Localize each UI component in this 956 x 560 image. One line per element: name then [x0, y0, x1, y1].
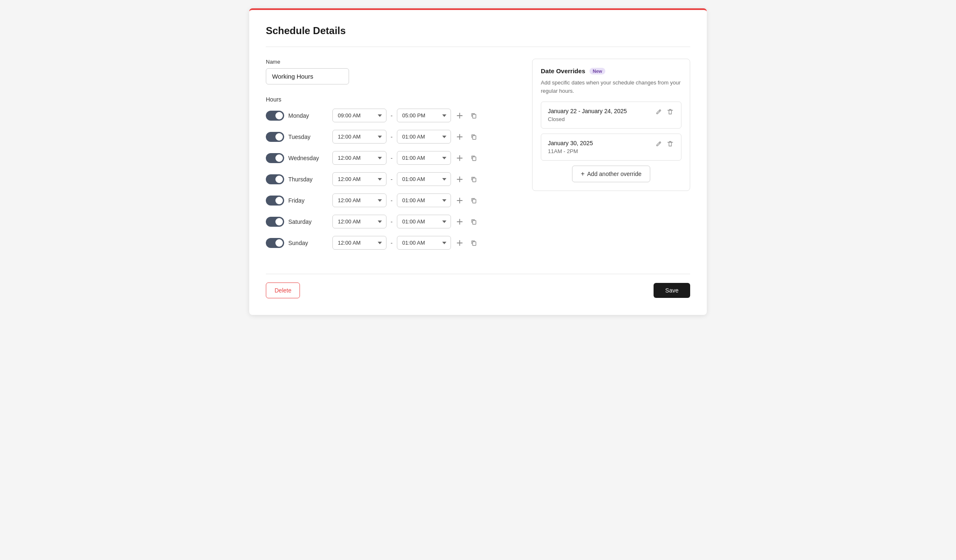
copy-icon-thursday [471, 176, 477, 182]
toggle-track-wednesday [266, 153, 284, 163]
end-time-wednesday[interactable]: 12:00 AM01:00 AM02:00 AM03:00 AM04:00 AM… [397, 151, 451, 165]
content-area: Name Hours Monday 12:00 AM01:00 AM02:00 … [266, 59, 690, 257]
overrides-panel: Date Overrides New Add specific dates wh… [532, 59, 690, 191]
copy-icon-saturday [471, 219, 477, 225]
delete-override-btn-override1[interactable] [666, 108, 674, 117]
toggle-wednesday[interactable] [266, 153, 284, 163]
add-override-label: Add another override [587, 171, 641, 177]
copy-btn-wednesday[interactable] [468, 154, 479, 163]
override-dates-override1: January 22 - January 24, 2025 [548, 108, 627, 114]
left-panel: Name Hours Monday 12:00 AM01:00 AM02:00 … [266, 59, 515, 257]
end-time-saturday[interactable]: 12:00 AM01:00 AM02:00 AM03:00 AM04:00 AM… [397, 215, 451, 228]
delete-button[interactable]: Delete [266, 282, 300, 298]
start-time-saturday[interactable]: 12:00 AM01:00 AM02:00 AM03:00 AM04:00 AM… [332, 215, 386, 228]
name-input[interactable] [266, 68, 349, 84]
right-panel: Date Overrides New Add specific dates wh… [532, 59, 690, 257]
copy-icon-wednesday [471, 155, 477, 161]
add-time-btn-tuesday[interactable] [454, 132, 465, 141]
add-time-btn-thursday[interactable] [454, 175, 465, 184]
toggle-friday[interactable] [266, 196, 284, 206]
overrides-title: Date Overrides [541, 67, 585, 74]
override-actions-override1 [654, 108, 674, 117]
toggle-track-friday [266, 196, 284, 206]
svg-rect-4 [473, 199, 476, 203]
override-info-override2: January 30, 2025 11AM - 2PM [548, 140, 593, 154]
day-name-tuesday: Tuesday [288, 134, 326, 140]
edit-override-btn-override1[interactable] [654, 108, 663, 117]
toggle-track-saturday [266, 217, 284, 227]
dash-thursday: - [391, 176, 393, 183]
start-time-wednesday[interactable]: 12:00 AM01:00 AM02:00 AM03:00 AM04:00 AM… [332, 151, 386, 165]
add-time-btn-monday[interactable] [454, 111, 465, 120]
toggle-thumb-sunday [275, 239, 283, 247]
copy-btn-sunday[interactable] [468, 238, 479, 248]
svg-rect-1 [473, 136, 476, 139]
copy-btn-tuesday[interactable] [468, 132, 479, 141]
edit-override-btn-override2[interactable] [654, 140, 663, 149]
add-override-button[interactable]: + Add another override [572, 166, 650, 182]
add-time-btn-wednesday[interactable] [454, 154, 465, 163]
start-time-thursday[interactable]: 12:00 AM01:00 AM02:00 AM03:00 AM04:00 AM… [332, 172, 386, 186]
toggle-thumb-saturday [275, 218, 283, 225]
edit-icon-override1 [655, 109, 662, 115]
override-dates-override2: January 30, 2025 [548, 140, 593, 146]
end-time-tuesday[interactable]: 12:00 AM01:00 AM02:00 AM03:00 AM04:00 AM… [397, 130, 451, 144]
overrides-description: Add specific dates when your schedule ch… [541, 79, 681, 95]
day-row-tuesday: Tuesday 12:00 AM01:00 AM02:00 AM03:00 AM… [266, 130, 515, 144]
add-time-btn-saturday[interactable] [454, 217, 465, 226]
day-row-saturday: Saturday 12:00 AM01:00 AM02:00 AM03:00 A… [266, 215, 515, 228]
start-time-sunday[interactable]: 12:00 AM01:00 AM02:00 AM03:00 AM04:00 AM… [332, 236, 386, 250]
hours-label: Hours [266, 96, 515, 103]
copy-btn-monday[interactable] [468, 111, 479, 120]
day-row-thursday: Thursday 12:00 AM01:00 AM02:00 AM03:00 A… [266, 172, 515, 186]
overrides-container: January 22 - January 24, 2025 Closed Jan… [541, 102, 681, 161]
svg-rect-3 [473, 178, 476, 182]
toggle-track-thursday [266, 174, 284, 184]
toggle-container-monday: Monday [266, 111, 332, 121]
start-time-friday[interactable]: 12:00 AM01:00 AM02:00 AM03:00 AM04:00 AM… [332, 193, 386, 207]
override-info-override1: January 22 - January 24, 2025 Closed [548, 108, 627, 122]
end-time-monday[interactable]: 12:00 AM01:00 AM02:00 AM03:00 AM04:00 AM… [397, 109, 451, 122]
end-time-thursday[interactable]: 12:00 AM01:00 AM02:00 AM03:00 AM04:00 AM… [397, 172, 451, 186]
copy-icon-sunday [471, 240, 477, 246]
page-container: Schedule Details Name Hours Monday 12:00… [249, 8, 707, 315]
end-time-friday[interactable]: 12:00 AM01:00 AM02:00 AM03:00 AM04:00 AM… [397, 193, 451, 207]
day-row-wednesday: Wednesday 12:00 AM01:00 AM02:00 AM03:00 … [266, 151, 515, 165]
toggle-thumb-monday [275, 112, 283, 119]
day-row-friday: Friday 12:00 AM01:00 AM02:00 AM03:00 AM0… [266, 193, 515, 207]
toggle-tuesday[interactable] [266, 132, 284, 142]
toggle-saturday[interactable] [266, 217, 284, 227]
add-time-btn-friday[interactable] [454, 196, 465, 205]
dash-saturday: - [391, 218, 393, 225]
day-row-sunday: Sunday 12:00 AM01:00 AM02:00 AM03:00 AM0… [266, 236, 515, 250]
time-controls-monday: 12:00 AM01:00 AM02:00 AM03:00 AM04:00 AM… [332, 109, 479, 122]
copy-btn-saturday[interactable] [468, 217, 479, 226]
toggle-container-wednesday: Wednesday [266, 153, 332, 163]
copy-btn-thursday[interactable] [468, 175, 479, 184]
footer: Delete Save [266, 274, 690, 298]
toggle-thursday[interactable] [266, 174, 284, 184]
delete-override-btn-override2[interactable] [666, 140, 674, 149]
dash-wednesday: - [391, 155, 393, 161]
time-controls-saturday: 12:00 AM01:00 AM02:00 AM03:00 AM04:00 AM… [332, 215, 479, 228]
overrides-header: Date Overrides New [541, 67, 681, 74]
end-time-sunday[interactable]: 12:00 AM01:00 AM02:00 AM03:00 AM04:00 AM… [397, 236, 451, 250]
day-name-monday: Monday [288, 112, 326, 119]
toggle-monday[interactable] [266, 111, 284, 121]
toggle-sunday[interactable] [266, 238, 284, 248]
svg-rect-5 [473, 221, 476, 224]
copy-btn-friday[interactable] [468, 196, 479, 205]
dash-friday: - [391, 197, 393, 204]
start-time-monday[interactable]: 12:00 AM01:00 AM02:00 AM03:00 AM04:00 AM… [332, 109, 386, 122]
plus-icon-thursday [457, 176, 463, 182]
save-button[interactable]: Save [654, 283, 690, 298]
plus-icon-sunday [457, 240, 463, 246]
toggle-track-monday [266, 111, 284, 121]
start-time-tuesday[interactable]: 12:00 AM01:00 AM02:00 AM03:00 AM04:00 AM… [332, 130, 386, 144]
day-name-friday: Friday [288, 197, 326, 204]
edit-icon-override2 [655, 141, 662, 147]
toggle-track-sunday [266, 238, 284, 248]
add-time-btn-sunday[interactable] [454, 238, 465, 248]
day-name-wednesday: Wednesday [288, 155, 326, 161]
time-controls-tuesday: 12:00 AM01:00 AM02:00 AM03:00 AM04:00 AM… [332, 130, 479, 144]
